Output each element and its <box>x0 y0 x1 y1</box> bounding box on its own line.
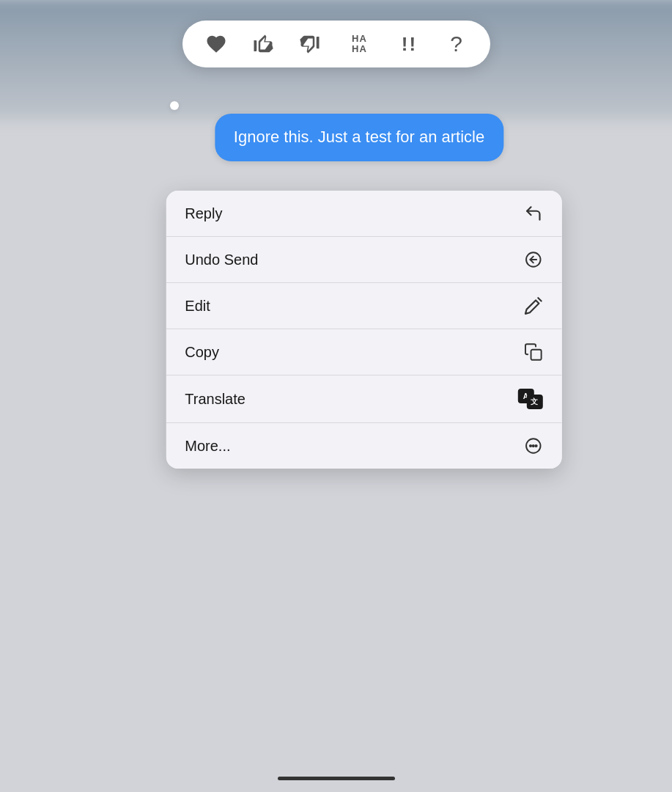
menu-item-more[interactable]: More... <box>166 423 561 469</box>
menu-item-edit[interactable]: Edit <box>166 283 561 329</box>
svg-rect-3 <box>531 350 541 360</box>
undo-send-icon <box>523 250 542 269</box>
screen: HAHA !! ? Ignore this. Just a test for a… <box>0 0 672 792</box>
svg-point-6 <box>532 445 533 447</box>
context-menu: Reply Undo Send Edit <box>166 191 561 469</box>
reply-icon <box>523 204 542 223</box>
reaction-heart[interactable] <box>203 31 229 57</box>
svg-point-7 <box>535 445 536 447</box>
reaction-thumbs-down[interactable] <box>297 31 323 57</box>
reaction-exclamation[interactable]: !! <box>396 31 423 57</box>
reaction-haha[interactable]: HAHA <box>344 31 376 57</box>
reaction-bar: HAHA !! ? <box>182 21 490 67</box>
translate-icon: A 文 <box>517 389 542 409</box>
message-text: Ignore this. Just a test for an article <box>234 128 484 146</box>
menu-item-translate[interactable]: Translate A 文 <box>166 375 561 423</box>
menu-item-undo-send[interactable]: Undo Send <box>166 237 561 283</box>
copy-icon <box>523 342 542 362</box>
svg-line-2 <box>538 298 541 301</box>
reaction-thumbs-up[interactable] <box>250 31 276 57</box>
edit-icon <box>523 296 542 315</box>
menu-item-reply[interactable]: Reply <box>166 191 561 237</box>
menu-item-copy[interactable]: Copy <box>166 329 561 375</box>
bubble-tail <box>170 101 179 110</box>
message-bubble: Ignore this. Just a test for an article <box>215 114 503 161</box>
more-icon <box>523 436 542 455</box>
svg-point-5 <box>529 445 531 447</box>
home-indicator <box>278 777 395 780</box>
reaction-question[interactable]: ? <box>443 31 470 57</box>
